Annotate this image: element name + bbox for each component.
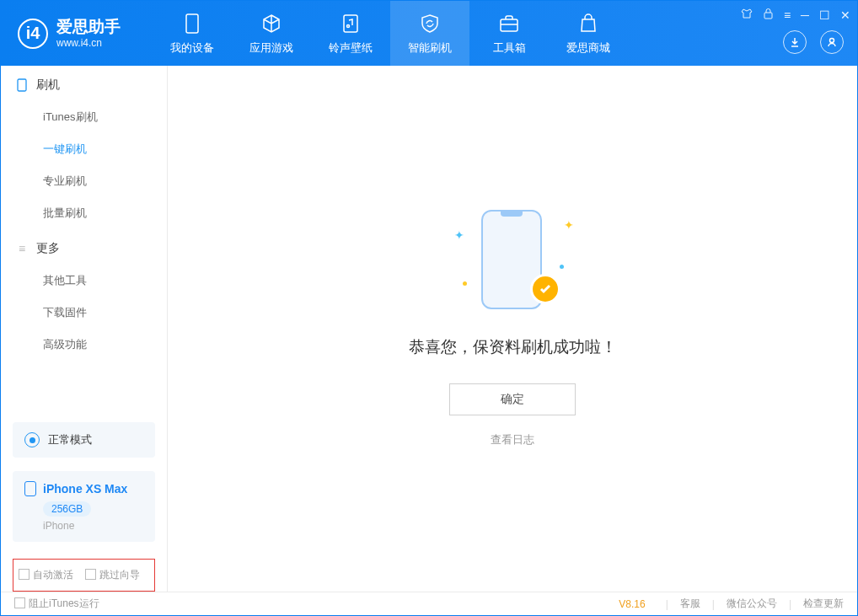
dot-icon: [463, 281, 467, 286]
bottom-options-highlighted: 自动激活 跳过向导: [13, 559, 155, 592]
lock-icon[interactable]: [763, 8, 774, 22]
music-icon: [339, 12, 362, 35]
svg-rect-1: [344, 15, 357, 32]
tab-label: 工具箱: [493, 40, 526, 56]
app-name: 爱思助手: [56, 18, 121, 37]
success-message: 恭喜您，保资料刷机成功啦！: [409, 336, 617, 358]
tab-toolbox[interactable]: 工具箱: [469, 1, 549, 66]
tab-label: 智能刷机: [408, 40, 452, 56]
list-icon: ≡: [16, 243, 28, 254]
tab-label: 爱思商城: [566, 40, 610, 56]
mode-card[interactable]: 正常模式: [13, 422, 155, 458]
svg-rect-0: [186, 14, 198, 33]
block-itunes-checkbox[interactable]: 阻止iTunes运行: [14, 597, 99, 611]
device-name: iPhone XS Max: [43, 482, 127, 495]
device-card[interactable]: iPhone XS Max 256GB iPhone: [13, 471, 155, 542]
user-icon[interactable]: [820, 30, 844, 54]
logo-icon: i4: [18, 19, 48, 49]
refresh-shield-icon: [418, 12, 442, 35]
sidebar-item-other-tools[interactable]: 其他工具: [1, 265, 167, 297]
auto-activate-checkbox[interactable]: 自动激活: [19, 568, 73, 582]
success-illustration: ✦ ✦: [466, 210, 559, 311]
sidebar-item-oneclick-flash[interactable]: 一键刷机: [1, 133, 167, 165]
dot-icon: [560, 265, 564, 269]
download-icon[interactable]: [783, 30, 807, 54]
shirt-icon[interactable]: [741, 8, 753, 22]
check-update-link[interactable]: 检查更新: [803, 597, 844, 611]
sidebar-item-download-firmware[interactable]: 下载固件: [1, 297, 167, 329]
footer: 阻止iTunes运行 V8.16 | 客服 | 微信公众号 | 检查更新: [1, 592, 857, 615]
briefcase-icon: [497, 12, 521, 35]
logo-area: i4 爱思助手 www.i4.cn: [1, 1, 153, 66]
mode-label: 正常模式: [48, 432, 92, 447]
tab-store[interactable]: 爱思商城: [549, 1, 628, 66]
app-url: www.i4.cn: [56, 37, 121, 49]
mode-dot-icon: [24, 432, 40, 447]
sidebar-item-batch-flash[interactable]: 批量刷机: [1, 197, 167, 229]
svg-rect-4: [764, 13, 772, 19]
svg-rect-3: [501, 19, 517, 31]
sidebar-section-more: ≡ 更多: [1, 229, 167, 265]
close-button[interactable]: ✕: [840, 8, 850, 22]
tab-label: 铃声壁纸: [329, 40, 373, 56]
support-link[interactable]: 客服: [680, 597, 700, 611]
minimize-button[interactable]: ─: [801, 8, 809, 22]
sidebar: 刷机 iTunes刷机 一键刷机 专业刷机 批量刷机 ≡ 更多 其他工具 下载固…: [1, 66, 168, 592]
svg-point-5: [830, 39, 834, 43]
phone-small-icon: [16, 79, 28, 91]
skip-guide-checkbox[interactable]: 跳过向导: [85, 568, 140, 582]
phone-icon: [180, 12, 204, 35]
device-type: iPhone: [43, 520, 143, 532]
device-phone-icon: [24, 481, 36, 496]
maximize-button[interactable]: ☐: [819, 8, 830, 22]
sidebar-item-pro-flash[interactable]: 专业刷机: [1, 165, 167, 197]
version-label: V8.16: [619, 598, 645, 610]
svg-point-2: [347, 24, 350, 27]
svg-rect-6: [18, 79, 26, 91]
logo-text: 爱思助手 www.i4.cn: [56, 18, 121, 49]
section-label: 更多: [36, 241, 60, 256]
window-controls: ≡ ─ ☐ ✕: [741, 8, 850, 22]
sparkle-icon: ✦: [454, 228, 464, 242]
ok-button[interactable]: 确定: [449, 383, 576, 415]
device-storage-badge: 256GB: [43, 501, 91, 517]
wechat-link[interactable]: 微信公众号: [727, 597, 777, 611]
nav-tabs: 我的设备 应用游戏 铃声壁纸 智能刷机 工具箱 爱思商城: [153, 1, 628, 66]
tab-label: 我的设备: [170, 40, 214, 56]
tab-apps[interactable]: 应用游戏: [232, 1, 311, 66]
menu-icon[interactable]: ≡: [784, 8, 791, 22]
sidebar-item-advanced[interactable]: 高级功能: [1, 329, 167, 361]
sidebar-section-flash: 刷机: [1, 66, 167, 101]
bag-icon: [576, 12, 600, 35]
header: i4 爱思助手 www.i4.cn 我的设备 应用游戏 铃声壁纸 智能刷机 工具…: [1, 1, 857, 66]
section-label: 刷机: [36, 78, 60, 93]
tab-smart-flash[interactable]: 智能刷机: [390, 1, 469, 66]
sidebar-item-itunes-flash[interactable]: iTunes刷机: [1, 101, 167, 133]
tab-ringtones[interactable]: 铃声壁纸: [311, 1, 390, 66]
header-right-icons: [783, 30, 844, 54]
tab-my-device[interactable]: 我的设备: [153, 1, 232, 66]
sparkle-icon: ✦: [564, 218, 574, 232]
main-content: ✦ ✦ 恭喜您，保资料刷机成功啦！ 确定 查看日志: [168, 66, 857, 592]
tab-label: 应用游戏: [249, 40, 293, 56]
view-log-link[interactable]: 查看日志: [491, 432, 534, 447]
check-circle-icon: [530, 274, 560, 304]
cube-icon: [260, 12, 283, 35]
